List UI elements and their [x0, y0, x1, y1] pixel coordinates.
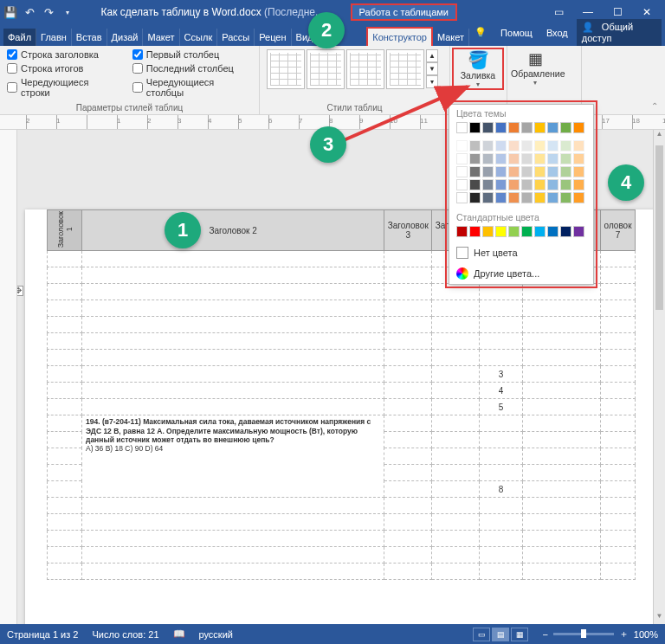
color-swatch[interactable]: [521, 192, 533, 203]
table-row[interactable]: [48, 514, 636, 531]
share-button[interactable]: 👤 Общий доступ: [577, 19, 662, 46]
color-swatch[interactable]: [495, 192, 507, 203]
color-swatch[interactable]: [456, 192, 468, 203]
color-swatch[interactable]: [508, 192, 520, 203]
undo-icon[interactable]: ↶: [23, 5, 36, 19]
qat-dropdown-icon[interactable]: ▾: [61, 5, 74, 19]
color-swatch[interactable]: [560, 153, 571, 164]
borders-button[interactable]: ▦ Обрамление ▾: [511, 49, 559, 87]
view-web-icon[interactable]: ▦: [511, 628, 528, 641]
status-language[interactable]: русский: [199, 629, 233, 640]
tab-references[interactable]: Ссылк: [180, 29, 218, 46]
color-swatch[interactable]: [495, 140, 507, 151]
view-print-icon[interactable]: ▤: [492, 628, 509, 641]
scroll-down-icon[interactable]: ▼: [654, 612, 665, 624]
table-row[interactable]: [48, 284, 636, 300]
color-swatch[interactable]: [573, 226, 584, 237]
color-swatch[interactable]: [573, 153, 584, 164]
color-swatch[interactable]: [547, 179, 558, 190]
scrollbar-thumb[interactable]: [655, 145, 663, 310]
color-swatch[interactable]: [482, 122, 494, 133]
no-color-item[interactable]: Нет цвета: [449, 242, 593, 263]
table-row[interactable]: [48, 317, 636, 333]
collapse-ribbon-icon[interactable]: ⌃: [644, 98, 665, 114]
ruler-vertical[interactable]: [0, 130, 17, 624]
color-swatch[interactable]: [560, 179, 571, 190]
table-row[interactable]: [48, 350, 636, 366]
color-swatch[interactable]: [573, 192, 584, 203]
color-swatch[interactable]: [547, 140, 558, 151]
status-word-count[interactable]: Число слов: 21: [92, 629, 158, 640]
table-style-thumb[interactable]: [346, 49, 384, 89]
table-row[interactable]: [48, 300, 636, 317]
color-swatch[interactable]: [508, 153, 520, 164]
color-swatch[interactable]: [573, 179, 584, 190]
color-swatch[interactable]: [495, 179, 507, 190]
color-swatch[interactable]: [456, 179, 468, 190]
color-swatch[interactable]: [508, 179, 520, 190]
table-row[interactable]: 4: [48, 383, 636, 399]
color-swatch[interactable]: [495, 226, 507, 237]
color-swatch[interactable]: [521, 179, 533, 190]
gallery-more-icon[interactable]: ▾: [426, 75, 438, 88]
color-swatch[interactable]: [469, 122, 481, 133]
tab-table-design[interactable]: Конструктор: [366, 27, 433, 46]
color-swatch[interactable]: [547, 192, 558, 203]
table-row[interactable]: 194. (в7-204-11) Максимальная сила тока,…: [48, 415, 636, 432]
color-swatch[interactable]: [534, 179, 546, 190]
zoom-in-icon[interactable]: ＋: [619, 628, 629, 641]
color-swatch[interactable]: [456, 122, 468, 133]
color-swatch[interactable]: [534, 192, 546, 203]
gallery-down-icon[interactable]: ▼: [426, 62, 438, 75]
color-swatch[interactable]: [560, 226, 571, 237]
table-style-thumb[interactable]: [386, 49, 424, 89]
sign-in-label[interactable]: Вход: [541, 25, 573, 41]
color-swatch[interactable]: [469, 140, 481, 151]
color-swatch[interactable]: [521, 140, 533, 151]
color-swatch[interactable]: [534, 166, 546, 177]
color-swatch[interactable]: [482, 192, 494, 203]
color-swatch[interactable]: [547, 122, 558, 133]
tab-file[interactable]: Файл: [3, 29, 36, 46]
color-swatch[interactable]: [547, 153, 558, 164]
tab-mailings[interactable]: Рассы: [217, 29, 255, 46]
zoom-slider[interactable]: [553, 633, 614, 635]
table-move-handle-icon[interactable]: ✥: [17, 286, 23, 296]
color-swatch[interactable]: [521, 122, 533, 133]
save-icon[interactable]: 💾: [3, 5, 17, 19]
table-row[interactable]: 3: [48, 366, 636, 383]
tab-home[interactable]: Главн: [36, 29, 72, 46]
opt-first-col[interactable]: Первый столбец: [132, 49, 252, 60]
tab-review[interactable]: Рецен: [255, 29, 291, 46]
table-row[interactable]: [48, 531, 636, 547]
opt-header-row[interactable]: Строка заголовка: [7, 49, 119, 60]
gallery-up-icon[interactable]: ▲: [426, 49, 438, 62]
table-row[interactable]: [48, 333, 636, 350]
zoom-level[interactable]: 100%: [634, 629, 658, 640]
color-swatch[interactable]: [547, 166, 558, 177]
view-read-icon[interactable]: ▭: [473, 628, 490, 641]
opt-last-col[interactable]: Последний столбец: [132, 63, 252, 74]
table-style-thumb[interactable]: [267, 49, 305, 89]
color-swatch[interactable]: [456, 166, 468, 177]
color-swatch[interactable]: [508, 166, 520, 177]
color-swatch[interactable]: [560, 140, 571, 151]
tell-me-icon[interactable]: 💡: [469, 24, 492, 41]
shading-button[interactable]: 🪣 Заливка ▾: [454, 49, 502, 88]
help-label[interactable]: Помощ: [495, 25, 538, 41]
color-swatch[interactable]: [508, 122, 520, 133]
color-swatch[interactable]: [573, 140, 584, 151]
more-colors-item[interactable]: Другие цвета...: [449, 263, 593, 284]
color-swatch[interactable]: [560, 192, 571, 203]
color-swatch[interactable]: [469, 192, 481, 203]
status-page[interactable]: Страница 1 из 2: [7, 629, 78, 640]
color-swatch[interactable]: [534, 226, 546, 237]
tab-layout[interactable]: Макет: [143, 29, 179, 46]
proofing-icon[interactable]: 📖: [173, 628, 185, 640]
color-swatch[interactable]: [469, 166, 481, 177]
color-swatch[interactable]: [508, 226, 520, 237]
color-swatch[interactable]: [482, 179, 494, 190]
color-swatch[interactable]: [469, 179, 481, 190]
color-swatch[interactable]: [495, 153, 507, 164]
tab-table-layout[interactable]: Макет: [433, 29, 469, 46]
